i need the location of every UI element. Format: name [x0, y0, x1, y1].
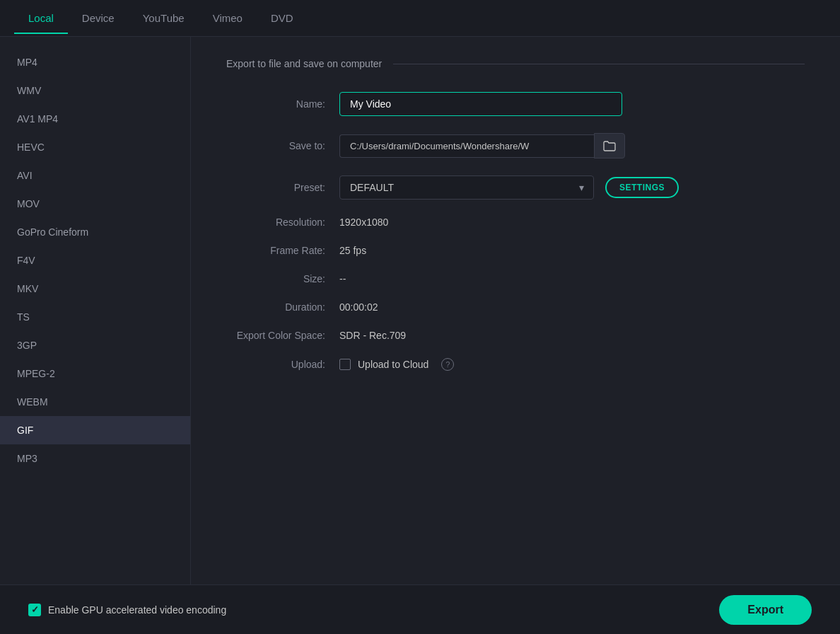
save-to-path: C:/Users/drami/Documents/Wondershare/W	[339, 134, 594, 158]
sidebar-item-3gp[interactable]: 3GP	[0, 331, 190, 359]
tab-device[interactable]: Device	[68, 2, 129, 34]
sidebar-item-ts[interactable]: TS	[0, 303, 190, 331]
upload-row: Upload: Upload to Cloud ?	[226, 358, 805, 371]
size-label: Size:	[226, 273, 339, 284]
sidebar-item-av1mp4[interactable]: AV1 MP4	[0, 105, 190, 133]
size-value: --	[339, 273, 346, 284]
preset-label: Preset:	[226, 182, 339, 193]
sidebar-item-mkv[interactable]: MKV	[0, 275, 190, 303]
sidebar-item-wmv[interactable]: WMV	[0, 76, 190, 105]
frame-rate-value: 25 fps	[339, 245, 366, 256]
size-row: Size: --	[226, 273, 805, 284]
section-title: Export to file and save on computer	[226, 58, 805, 69]
settings-button[interactable]: SETTINGS	[605, 177, 679, 198]
tab-vimeo[interactable]: Vimeo	[199, 2, 257, 34]
upload-to-cloud-checkbox[interactable]	[339, 359, 351, 370]
content-area: Export to file and save on computer Name…	[191, 37, 840, 634]
upload-checkbox-area: Upload to Cloud ?	[339, 358, 454, 371]
sidebar-item-hevc[interactable]: HEVC	[0, 133, 190, 161]
folder-browse-button[interactable]	[594, 133, 625, 158]
resolution-label: Resolution:	[226, 217, 339, 228]
section-title-line	[393, 64, 805, 64]
duration-value: 00:00:02	[339, 301, 378, 313]
save-to-row: Save to: C:/Users/drami/Documents/Wonder…	[226, 133, 805, 158]
upload-to-cloud-label: Upload to Cloud	[358, 359, 428, 370]
name-input[interactable]	[339, 92, 622, 116]
name-row: Name:	[226, 92, 805, 116]
sidebar-item-avi[interactable]: AVI	[0, 161, 190, 190]
sidebar-item-mp4[interactable]: MP4	[0, 48, 190, 76]
tab-local[interactable]: Local	[14, 2, 68, 34]
resolution-row: Resolution: 1920x1080	[226, 217, 805, 228]
sidebar-item-mp3[interactable]: MP3	[0, 444, 190, 473]
tab-dvd[interactable]: DVD	[257, 2, 308, 34]
sidebar-item-f4v[interactable]: F4V	[0, 246, 190, 275]
sidebar-item-mov[interactable]: MOV	[0, 190, 190, 218]
save-to-label: Save to:	[226, 140, 339, 151]
sidebar: MP4 WMV AV1 MP4 HEVC AVI MOV GoPro Cinef…	[0, 37, 191, 634]
sidebar-item-mpeg2[interactable]: MPEG-2	[0, 359, 190, 388]
color-space-label: Export Color Space:	[226, 330, 339, 341]
frame-rate-row: Frame Rate: 25 fps	[226, 245, 805, 256]
help-icon[interactable]: ?	[441, 358, 454, 371]
gpu-label: Enable GPU accelerated video encoding	[48, 604, 226, 616]
tab-bar: Local Device YouTube Vimeo DVD	[0, 0, 840, 37]
tab-youtube[interactable]: YouTube	[129, 2, 199, 34]
sidebar-item-gopro[interactable]: GoPro Cineform	[0, 218, 190, 246]
folder-icon	[603, 141, 616, 151]
bottom-bar: Enable GPU accelerated video encoding Ex…	[0, 584, 840, 634]
preset-container: DEFAULT High Quality Medium Quality Low …	[339, 175, 679, 200]
preset-wrapper: DEFAULT High Quality Medium Quality Low …	[339, 175, 594, 200]
sidebar-item-webm[interactable]: WEBM	[0, 388, 190, 416]
color-space-value: SDR - Rec.709	[339, 330, 406, 341]
section-title-text: Export to file and save on computer	[226, 58, 382, 69]
preset-row: Preset: DEFAULT High Quality Medium Qual…	[226, 175, 805, 200]
duration-row: Duration: 00:00:02	[226, 301, 805, 313]
main-layout: MP4 WMV AV1 MP4 HEVC AVI MOV GoPro Cinef…	[0, 37, 840, 634]
resolution-value: 1920x1080	[339, 217, 388, 228]
color-space-row: Export Color Space: SDR - Rec.709	[226, 330, 805, 341]
sidebar-item-gif[interactable]: GIF	[0, 416, 190, 444]
upload-label: Upload:	[226, 359, 339, 370]
frame-rate-label: Frame Rate:	[226, 245, 339, 256]
duration-label: Duration:	[226, 301, 339, 313]
name-label: Name:	[226, 98, 339, 110]
gpu-checkbox-area: Enable GPU accelerated video encoding	[28, 604, 226, 616]
save-to-container: C:/Users/drami/Documents/Wondershare/W	[339, 133, 625, 158]
gpu-checkbox[interactable]	[28, 604, 41, 616]
preset-select[interactable]: DEFAULT High Quality Medium Quality Low …	[339, 175, 594, 200]
export-button[interactable]: Export	[719, 595, 812, 625]
